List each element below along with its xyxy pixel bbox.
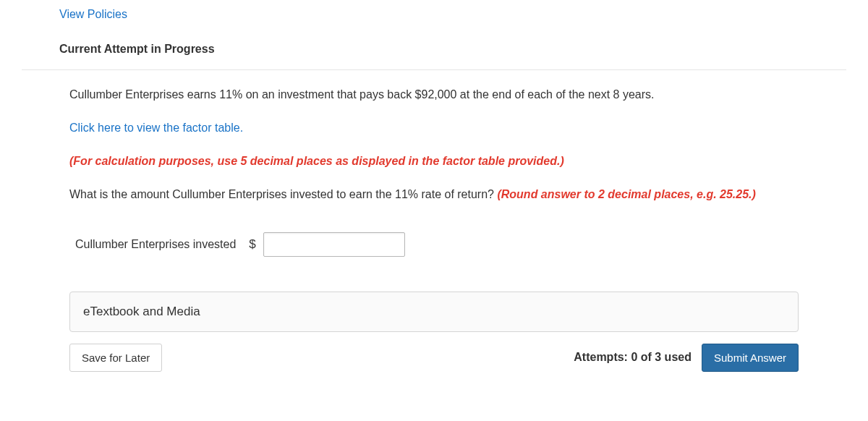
question-container: View Policies Current Attempt in Progres… [0,0,868,408]
action-row: Save for Later Attempts: 0 of 3 used Sub… [69,344,799,394]
prompt-prefix: What is the amount Cullumber Enterprises… [69,188,497,200]
submit-answer-button[interactable]: Submit Answer [702,344,799,372]
section-title: Current Attempt in Progress [22,41,846,69]
answer-label: Cullumber Enterprises invested [75,236,236,253]
right-actions: Attempts: 0 of 3 used Submit Answer [574,344,799,372]
view-policies-link[interactable]: View Policies [22,0,846,41]
question-prompt: What is the amount Cullumber Enterprises… [69,186,799,203]
prompt-hint: (Round answer to 2 decimal places, e.g. … [497,188,755,200]
currency-symbol: $ [249,235,255,254]
answer-row: Cullumber Enterprises invested $ [69,232,799,257]
answer-input[interactable] [263,232,405,257]
question-intro: Cullumber Enterprises earns 11% on an in… [69,86,799,103]
factor-table-link[interactable]: Click here to view the factor table. [69,119,243,137]
calculation-instruction: (For calculation purposes, use 5 decimal… [69,153,799,170]
save-for-later-button[interactable]: Save for Later [69,344,162,372]
etextbook-media-button[interactable]: eTextbook and Media [69,292,799,332]
question-body: Cullumber Enterprises earns 11% on an in… [22,70,846,408]
attempts-label: Attempts: 0 of 3 used [574,349,692,366]
